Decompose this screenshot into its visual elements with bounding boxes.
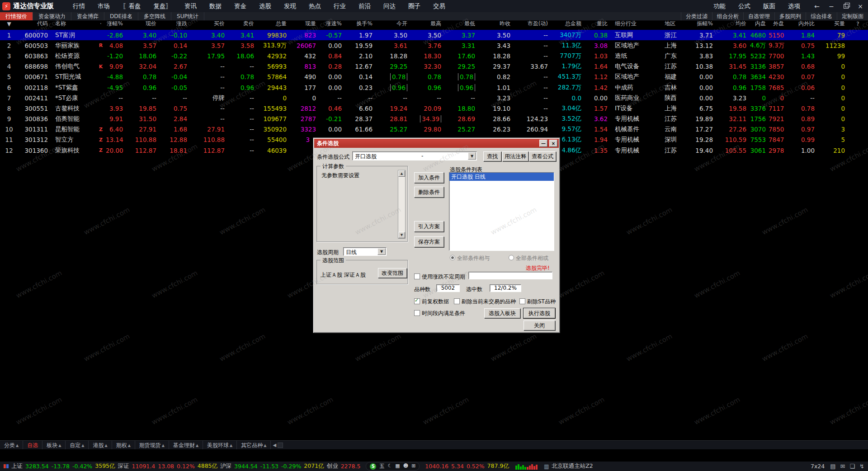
table-row[interactable]: 4688698伟创电气K9.0932.042.67----569938130.2…: [0, 61, 868, 72]
quote-tab-多空阵线[interactable]: 多空阵线: [138, 12, 171, 20]
server-name[interactable]: 北京联通主站Z2: [552, 462, 593, 470]
menu-item-资金[interactable]: 资金: [228, 2, 253, 10]
column-header-换手%[interactable]: 换手%: [344, 20, 375, 28]
menu-item-选股[interactable]: 选股: [253, 2, 278, 10]
toolbar-link-组合分析[interactable]: 组合分析: [712, 12, 743, 20]
menu-item-热点[interactable]: 热点: [302, 2, 327, 10]
save-plan-button[interactable]: 保存方案: [414, 236, 444, 247]
board-tab-分类[interactable]: 分类▲: [0, 441, 23, 449]
checkbox-icon[interactable]: [454, 298, 460, 304]
table-row[interactable]: 2600503华丽家族R4.083.570.143.573.58313.9万26…: [0, 40, 868, 51]
status-icon[interactable]: ✉: [840, 463, 845, 470]
column-header-涨幅%[interactable]: 涨幅%: [106, 20, 126, 28]
checkbox-icon[interactable]: [519, 298, 525, 304]
menu-item-复盘〗[interactable]: 复盘〗: [147, 2, 179, 10]
menu-item-问达[interactable]: 问达: [377, 2, 402, 10]
board-tab-自定[interactable]: 自定▲: [66, 441, 89, 449]
chevron-down-icon[interactable]: ▼: [468, 152, 476, 160]
chevron-left-icon[interactable]: ◀: [273, 443, 276, 447]
ime-icon[interactable]: ☻: [403, 463, 408, 470]
menu-item-功能[interactable]: 功能: [707, 2, 732, 10]
dialog-minimize-icon[interactable]: —: [539, 140, 547, 147]
column-header-最低[interactable]: 最低: [444, 20, 478, 28]
status-icon[interactable]: ▤: [830, 463, 835, 470]
column-header-细分行业[interactable]: 细分行业: [610, 20, 660, 28]
minimize-icon[interactable]: −: [827, 3, 835, 10]
table-row[interactable]: 10301311昆船智能Z6.4027.911.6827.91--3509203…: [0, 124, 868, 135]
column-header-卖价[interactable]: 卖价: [227, 20, 257, 28]
column-header-代码[interactable]: 代码: [18, 20, 51, 28]
quote-tab-资金博弈[interactable]: 资金博弈: [71, 12, 104, 20]
column-header-涨跌[interactable]: 涨跌: [159, 20, 190, 28]
column-header-市盈(动)[interactable]: 市盈(动): [513, 20, 551, 28]
menu-item-数据[interactable]: 数据: [203, 2, 228, 10]
menu-item-交易[interactable]: 交易: [427, 2, 452, 10]
change-range-button[interactable]: 改变范围: [378, 268, 407, 278]
formula-combobox[interactable]: 开口选股 - ▼: [352, 151, 477, 160]
find-button[interactable]: 查找: [483, 151, 501, 161]
column-header-?[interactable]: ?: [848, 21, 868, 27]
radio-or-icon[interactable]: [509, 255, 514, 260]
checkbox-exclude-st[interactable]: 剔除ST品种: [519, 298, 556, 306]
menu-item-圈子[interactable]: 圈子: [402, 2, 427, 10]
table-row[interactable]: 6002118*ST紫鑫-4.950.96-0.05--0.9629443177…: [0, 82, 868, 93]
table-row[interactable]: 1600070ST富润-2.863.40-0.103.403.419983082…: [0, 30, 868, 40]
ime-icon[interactable]: ☾: [387, 463, 392, 470]
board-tab-自选[interactable]: 自选: [23, 441, 42, 449]
toolbar-link-多股同列[interactable]: 多股同列: [774, 12, 806, 20]
chevron-down-icon[interactable]: ▼: [377, 248, 386, 255]
column-header-买价[interactable]: 买价: [190, 20, 227, 28]
table-row[interactable]: 3603863松炀资源-1.2018.06-0.2217.9518.064293…: [0, 51, 868, 61]
column-header-昨收[interactable]: 昨收: [478, 20, 513, 28]
menu-item-公式[interactable]: 公式: [732, 2, 757, 10]
column-header-总金额[interactable]: 总金额: [551, 20, 584, 28]
tab-scroll-box[interactable]: [278, 443, 283, 448]
condition-list-item-selected[interactable]: 开口选股 日线: [449, 173, 554, 181]
checkbox-icon[interactable]: [414, 273, 420, 279]
delete-condition-button[interactable]: 删除条件: [414, 187, 444, 198]
column-header-最高[interactable]: 最高: [410, 20, 444, 28]
checkbox-checked-icon[interactable]: [414, 298, 420, 304]
menu-item-前沿[interactable]: 前沿: [352, 2, 377, 10]
condition-listbox[interactable]: 开口选股 日线: [449, 172, 554, 251]
scroll-down-icon[interactable]: ▼: [398, 232, 405, 238]
table-row[interactable]: 7002411*ST必康------停牌--00----------3.23--…: [0, 93, 868, 103]
params-scrollbar[interactable]: ▲ ▼: [398, 170, 406, 239]
toolbar-link-综合排名[interactable]: 综合排名: [806, 12, 837, 20]
board-tab-期权[interactable]: 期权▲: [112, 441, 135, 449]
column-header-买量[interactable]: 买量: [817, 20, 848, 28]
table-row[interactable]: 9300836佰奥智能9.9131.502.84----1096772787-0…: [0, 114, 868, 124]
checkbox-variable-period[interactable]: 使用涨跌不定周期: [414, 273, 465, 281]
board-tab-其它品种[interactable]: 其它品种▲: [237, 441, 271, 449]
column-header-现量[interactable]: 现量: [289, 20, 319, 28]
menu-item-〖看盘[interactable]: 〖看盘: [116, 2, 147, 10]
menu-item-选项[interactable]: 选项: [782, 2, 807, 10]
column-header-现价[interactable]: 现价: [126, 20, 159, 28]
checkbox-icon[interactable]: [414, 310, 420, 316]
column-header-名称[interactable]: 名称: [51, 20, 96, 28]
usage-note-button[interactable]: 用法注释: [502, 151, 528, 161]
sogou-icon[interactable]: S: [370, 463, 376, 470]
close-button[interactable]: 关闭: [524, 320, 555, 330]
input-method-bar[interactable]: S 五☾▦☻⊞: [366, 462, 420, 471]
checkbox-timerange[interactable]: 时间段内满足条件: [414, 310, 465, 317]
ime-icon[interactable]: ▦: [395, 463, 400, 470]
board-tab-港股[interactable]: 港股▲: [89, 441, 112, 449]
column-header-振幅%[interactable]: 振幅%: [694, 20, 716, 28]
quote-tab-SUP统计[interactable]: SUP统计: [171, 12, 204, 20]
radio-and-icon[interactable]: [450, 255, 455, 260]
tab-scroll-left[interactable]: ◀: [273, 441, 283, 449]
view-formula-button[interactable]: 查看公式: [529, 151, 556, 161]
menu-item-行业[interactable]: 行业: [327, 2, 352, 10]
scroll-up-icon[interactable]: ▲: [398, 170, 405, 177]
ime-icon[interactable]: 五: [379, 463, 384, 470]
extra-index-quote[interactable]: 1040.165.340.52%787.9亿: [425, 462, 509, 470]
menu-item-行情[interactable]: 行情: [66, 2, 91, 10]
checkbox-forward-adjusted[interactable]: 前复权数据: [414, 298, 449, 306]
column-header-涨速%[interactable]: 涨速%: [319, 20, 344, 28]
pick-period-combobox[interactable]: 日线 ▼: [343, 247, 387, 256]
index-quotes[interactable]: 上证3283.54-13.78-0.42%3595亿深证11091.413.08…: [11, 462, 360, 470]
import-plan-button[interactable]: 引入方案: [414, 221, 444, 232]
dialog-title-bar[interactable]: 条件选股 — ×: [314, 139, 559, 148]
dialog-close-icon[interactable]: ×: [549, 140, 557, 147]
